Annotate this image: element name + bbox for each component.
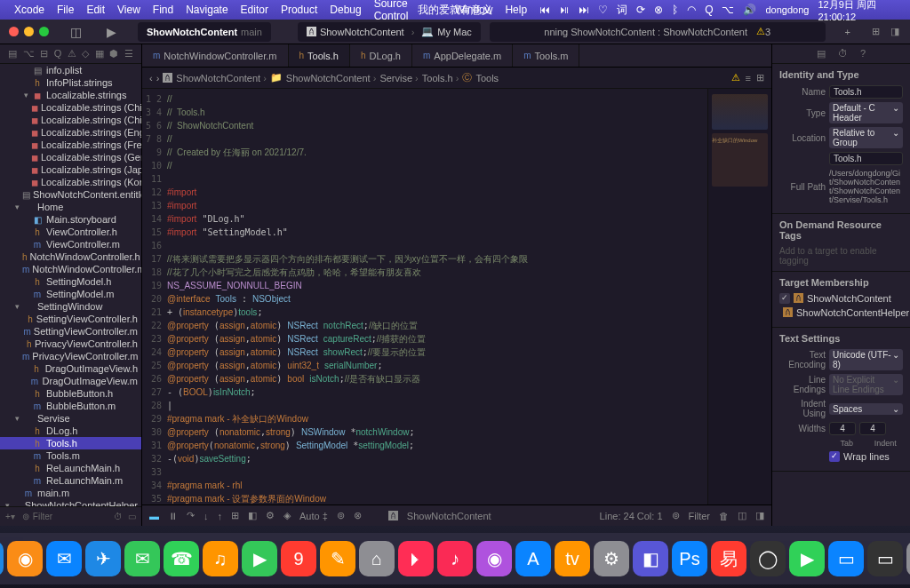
- target1-checkbox[interactable]: ✓: [779, 293, 790, 304]
- minimap[interactable]: 补全缺口的Window: [707, 89, 771, 505]
- file-row[interactable]: mSettingViewController.m: [0, 325, 141, 338]
- music-next-icon[interactable]: ⏭: [579, 4, 589, 16]
- wrap-checkbox[interactable]: ✓: [829, 451, 840, 462]
- forward-icon[interactable]: ›: [156, 73, 160, 83]
- debug-step-over-icon[interactable]: ↷: [187, 510, 195, 521]
- file-row[interactable]: ▾ShowNotchContentHelper: [0, 499, 141, 506]
- nav-test-icon[interactable]: ◇: [82, 48, 89, 60]
- menu-help[interactable]: Help: [505, 4, 527, 16]
- file-row[interactable]: mTools.m: [0, 449, 141, 462]
- minimize-window-button[interactable]: [24, 27, 34, 36]
- file-row[interactable]: mViewController.m: [0, 238, 141, 250]
- file-row[interactable]: mSettingModel.m: [0, 288, 141, 300]
- dock-app[interactable]: ▭: [867, 541, 903, 576]
- nav-source-icon[interactable]: ⌥: [23, 48, 35, 60]
- volume-icon[interactable]: 🔊: [743, 4, 756, 16]
- console-trash-icon[interactable]: 🗑: [719, 511, 729, 521]
- file-row[interactable]: hReLaunchMain.h: [0, 462, 141, 474]
- zoom-window-button[interactable]: [39, 27, 49, 36]
- file-row[interactable]: ▤ShowNotchContent.entitle...: [0, 188, 141, 201]
- library-icon[interactable]: ⊞: [872, 26, 880, 37]
- recent-filter-icon[interactable]: ⏱: [114, 512, 123, 521]
- menu-find[interactable]: Find: [153, 4, 173, 16]
- crumb-symbol[interactable]: Tools: [475, 73, 499, 83]
- location-select[interactable]: Relative to Group⌄: [829, 127, 903, 148]
- crumb-folder[interactable]: Servise: [379, 73, 418, 83]
- editor-tab[interactable]: hDLog.h: [350, 44, 412, 67]
- debug-step-in-icon[interactable]: ↓: [204, 511, 209, 521]
- menu-editor[interactable]: Editor: [241, 4, 268, 16]
- menu-file[interactable]: File: [57, 4, 74, 16]
- file-row[interactable]: ▾SettingWindow: [0, 300, 141, 313]
- dock-app[interactable]: ⏵: [398, 541, 434, 576]
- console-left-icon[interactable]: ◫: [738, 510, 746, 521]
- clock[interactable]: 12月9日 周四 21:00:12: [818, 0, 903, 22]
- dock-app[interactable]: ◯: [750, 541, 786, 576]
- dock-app[interactable]: ☎: [164, 541, 199, 576]
- file-row[interactable]: ◼Localizable.strings (Fren...: [0, 139, 141, 151]
- menu-debug[interactable]: Debug: [330, 4, 361, 16]
- run-destination[interactable]: 🅰 ShowNotchContent › 💻 My Mac: [298, 22, 481, 42]
- dock-app[interactable]: ✈: [85, 541, 121, 576]
- file-row[interactable]: hDragOutImageView.h: [0, 362, 141, 375]
- dock-app[interactable]: 易: [711, 541, 746, 576]
- debug-memory-icon[interactable]: ◧: [248, 510, 257, 521]
- lyrics-icon[interactable]: 词: [617, 3, 627, 18]
- crumb-project[interactable]: ShowNotchContent: [176, 73, 267, 83]
- nav-project-icon[interactable]: ▤: [8, 48, 17, 60]
- file-row[interactable]: ◼Localizable.strings (Engli...: [0, 126, 141, 139]
- file-row[interactable]: ▾Servise: [0, 412, 141, 425]
- indent-select[interactable]: Spaces⌄: [829, 403, 903, 415]
- control-center-icon[interactable]: ⌥: [722, 4, 734, 16]
- insp-history-icon[interactable]: ⏱: [838, 48, 848, 60]
- lineending-select[interactable]: No Explicit Line Endings⌄: [829, 374, 903, 395]
- dock-app[interactable]: ☻: [0, 541, 4, 576]
- editor-tab[interactable]: mTools.m: [513, 44, 579, 67]
- bluetooth-icon[interactable]: ᛒ: [672, 4, 678, 16]
- dock-app[interactable]: ✎: [320, 541, 355, 576]
- jump-bar[interactable]: ‹ › 🅰 ShowNotchContent 📁 ShowNotchConten…: [142, 68, 771, 89]
- editor-tab[interactable]: mNotchWindowController.m: [142, 44, 289, 67]
- file-row[interactable]: mPrivacyViewController.m: [0, 350, 141, 362]
- menu-product[interactable]: Product: [281, 4, 317, 16]
- debug-loc-icon[interactable]: ◈: [283, 510, 291, 521]
- heart-icon[interactable]: ♡: [598, 4, 608, 16]
- music-play-icon[interactable]: ⏯: [559, 4, 570, 16]
- file-row[interactable]: hSettingModel.h: [0, 275, 141, 288]
- debug-auto[interactable]: Auto ‡: [299, 511, 328, 521]
- dock-app[interactable]: ♪: [437, 541, 473, 576]
- type-select[interactable]: Default - C Header⌄: [829, 102, 903, 123]
- status-x-icon[interactable]: ⊗: [654, 4, 663, 16]
- debug-scheme[interactable]: ShowNotchContent: [407, 511, 491, 521]
- file-warning-icon[interactable]: ⚠: [731, 72, 740, 83]
- debug-view2-icon[interactable]: ⊚: [337, 510, 345, 521]
- nav-report-icon[interactable]: ☰: [124, 48, 133, 60]
- menu-edit[interactable]: Edit: [86, 4, 105, 16]
- scheme-selector[interactable]: ShowNotchContent main: [138, 22, 271, 42]
- file-row[interactable]: mReLaunchMain.m: [0, 474, 141, 487]
- file-row[interactable]: ▾◼Localizable.strings: [0, 89, 141, 101]
- file-row[interactable]: mNotchWindowController.m: [0, 263, 141, 275]
- music-prev-icon[interactable]: ⏮: [539, 4, 550, 16]
- editor-tab[interactable]: hTools.h: [289, 44, 350, 67]
- file-row[interactable]: ◼Localizable.strings (Kore...: [0, 176, 141, 188]
- nav-symbol-icon[interactable]: ⊟: [40, 48, 48, 60]
- back-icon[interactable]: ‹: [149, 73, 153, 83]
- file-row[interactable]: mBubbleButton.m: [0, 400, 141, 412]
- dock-app[interactable]: ⚙: [594, 541, 629, 576]
- file-row[interactable]: hTools.h: [0, 437, 141, 449]
- dock-app[interactable]: ▶: [242, 541, 277, 576]
- debug-thread-icon[interactable]: ⊗: [354, 510, 362, 521]
- toggle-inspector-icon[interactable]: ◨: [890, 26, 899, 37]
- encoding-select[interactable]: Unicode (UTF-8)⌄: [829, 349, 903, 370]
- file-row[interactable]: mDragOutImageView.m: [0, 375, 141, 387]
- file-row[interactable]: ◼Localizable.strings (Japa...: [0, 163, 141, 176]
- toggle-navigator-icon[interactable]: ◫: [58, 25, 94, 39]
- dock-app[interactable]: ◉: [476, 541, 512, 576]
- dock-app[interactable]: Ps: [672, 541, 707, 576]
- scm-filter-icon[interactable]: ▭: [128, 512, 136, 521]
- file-row[interactable]: hNotchWindowController.h: [0, 250, 141, 263]
- editor-split-icon[interactable]: ⊞: [756, 72, 764, 83]
- file-row[interactable]: ▤info.plist: [0, 64, 141, 76]
- debug-pause-icon[interactable]: ⏸: [168, 511, 178, 521]
